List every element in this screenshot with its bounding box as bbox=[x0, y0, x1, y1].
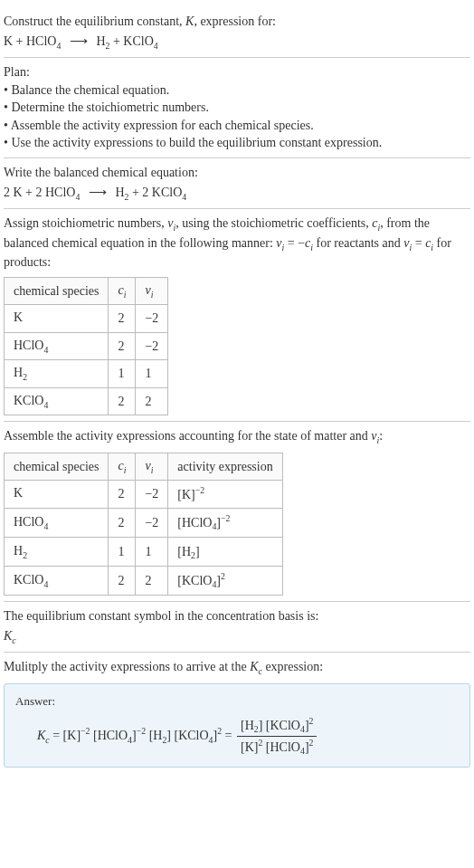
table-row: HClO4 2 −2 bbox=[5, 332, 168, 360]
K-var: K bbox=[37, 729, 45, 742]
table-row: HClO4 2 −2 [HClO4]−2 bbox=[5, 508, 283, 537]
cell-nu: 1 bbox=[136, 360, 168, 388]
section-balanced: Write the balanced chemical equation: 2 … bbox=[4, 157, 470, 208]
bal-rhs-sub2: 4 bbox=[182, 191, 186, 201]
section-kc-symbol: The equilibrium constant symbol in the c… bbox=[4, 601, 470, 652]
bal-lhs-sub: 4 bbox=[75, 191, 80, 201]
eq-rhs-sub2: 4 bbox=[154, 40, 158, 50]
cell-species: KClO4 bbox=[5, 387, 109, 415]
cell-species: K bbox=[5, 305, 109, 333]
table-row: KClO4 2 2 bbox=[5, 387, 168, 415]
mult-l1: Mulitply the activity expressions to arr… bbox=[4, 660, 250, 673]
plan-item: Use the activity expressions to build th… bbox=[4, 134, 470, 152]
cell-nu: 2 bbox=[136, 567, 168, 596]
cell-nu: −2 bbox=[136, 508, 168, 537]
th-species: chemical species bbox=[5, 277, 109, 305]
plan-list: Balance the chemical equation. Determine… bbox=[4, 81, 470, 152]
cell-c: 1 bbox=[109, 360, 136, 388]
table-row: H2 1 1 [H2] bbox=[5, 537, 283, 566]
rel-eq2: = bbox=[412, 236, 425, 250]
intro-line1b: , expression for: bbox=[194, 14, 276, 28]
term: [KClO bbox=[171, 729, 209, 742]
eq-lhs: K + HClO bbox=[4, 34, 56, 48]
cell-species: KClO4 bbox=[5, 567, 109, 596]
answer-label: Answer: bbox=[15, 693, 459, 710]
intro-line1: Construct the equilibrium constant, bbox=[4, 14, 185, 28]
cell-activity: [HClO4]−2 bbox=[168, 508, 282, 537]
act-h1: Assemble the activity expressions accoun… bbox=[4, 429, 371, 443]
table-row: K 2 −2 bbox=[5, 305, 168, 333]
table-row: KClO4 2 2 [KClO4]2 bbox=[5, 567, 283, 596]
cell-species: H2 bbox=[5, 360, 109, 388]
cell-species: K bbox=[5, 481, 109, 509]
table-row: H2 1 1 bbox=[5, 360, 168, 388]
th-species: chemical species bbox=[5, 453, 109, 481]
cell-species: H2 bbox=[5, 537, 109, 566]
eq-lhs-sub: 4 bbox=[56, 40, 61, 50]
section-stoich: Assign stoichiometric numbers, νi, using… bbox=[4, 208, 470, 421]
K-var: K bbox=[4, 629, 12, 643]
term: [HClO bbox=[90, 729, 128, 742]
cell-activity: [K]−2 bbox=[168, 481, 282, 509]
denominator: [K]2 [HClO4]2 bbox=[237, 737, 317, 758]
eq-rhs1: H bbox=[96, 34, 105, 48]
cell-species: HClO4 bbox=[5, 508, 109, 537]
plan-heading: Plan: bbox=[4, 63, 470, 81]
K-var: K bbox=[250, 660, 258, 673]
intro-equation: K + HClO4 ⟶ H2 + KClO4 bbox=[4, 33, 470, 52]
eq-rhs2: + KClO bbox=[109, 34, 153, 48]
bal-lhs: 2 K + 2 HClO bbox=[4, 186, 75, 199]
cell-c: 1 bbox=[109, 537, 136, 566]
term: [H bbox=[146, 729, 162, 742]
cell-c: 2 bbox=[109, 481, 136, 509]
activity-table: chemical species ci νi activity expressi… bbox=[4, 453, 283, 596]
stoich-table: chemical species ci νi K 2 −2 HClO4 2 −2… bbox=[4, 277, 168, 416]
cell-nu: −2 bbox=[136, 332, 168, 360]
cell-activity: [H2] bbox=[168, 537, 282, 566]
cell-species: HClO4 bbox=[5, 332, 109, 360]
intro-text: Construct the equilibrium constant, K, e… bbox=[4, 13, 470, 31]
cell-nu: 2 bbox=[136, 387, 168, 415]
cell-c: 2 bbox=[109, 567, 136, 596]
fraction: [H2] [KClO4]2[K]2 [HClO4]2 bbox=[237, 715, 317, 758]
exp: −2 bbox=[137, 726, 146, 736]
balanced-heading: Write the balanced chemical equation: bbox=[4, 164, 470, 182]
stoich-h1: Assign stoichiometric numbers, bbox=[4, 216, 167, 230]
kc-expression: Kc = [K]−2 [HClO4]−2 [H2] [KClO4]2 = [H2… bbox=[15, 715, 459, 758]
stoich-h2: , using the stoichiometric coefficients, bbox=[175, 216, 372, 230]
cell-c: 2 bbox=[109, 387, 136, 415]
th-ci: ci bbox=[109, 277, 136, 305]
section-plan: Plan: Balance the chemical equation. Det… bbox=[4, 57, 470, 157]
kc-symbol-text: The equilibrium constant symbol in the c… bbox=[4, 607, 470, 625]
cell-activity: [KClO4]2 bbox=[168, 567, 282, 596]
kc-symbol: Kc bbox=[4, 627, 470, 647]
section-multiply: Mulitply the activity expressions to arr… bbox=[4, 652, 470, 773]
bal-arrow: ⟶ bbox=[89, 184, 107, 202]
stoich-h4: for reactants and bbox=[313, 236, 403, 250]
th-ci: ci bbox=[109, 453, 136, 481]
eq-arrow: ⟶ bbox=[70, 33, 88, 51]
answer-box: Answer: Kc = [K]−2 [HClO4]−2 [H2] [KClO4… bbox=[4, 683, 470, 768]
plan-item: Balance the chemical equation. bbox=[4, 81, 470, 100]
act-h2: : bbox=[379, 429, 383, 443]
table-header-row: chemical species ci νi bbox=[5, 277, 168, 305]
exp: −2 bbox=[81, 726, 90, 736]
th-nui: νi bbox=[136, 277, 168, 305]
cell-c: 2 bbox=[109, 305, 136, 333]
rel-eq: = − bbox=[284, 236, 305, 250]
bal-rhs2: + 2 KClO bbox=[128, 186, 182, 199]
table-row: K 2 −2 [K]−2 bbox=[5, 481, 283, 509]
cell-c: 2 bbox=[109, 332, 136, 360]
cell-nu: 1 bbox=[136, 537, 168, 566]
section-intro: Construct the equilibrium constant, K, e… bbox=[4, 7, 470, 57]
eq-sign: = bbox=[50, 729, 63, 742]
mult-l2: expression: bbox=[262, 660, 323, 673]
plan-item: Assemble the activity expression for eac… bbox=[4, 117, 470, 135]
plan-item: Determine the stoichiometric numbers. bbox=[4, 99, 470, 117]
eq-sign: = bbox=[222, 729, 235, 742]
table-header-row: chemical species ci νi activity expressi… bbox=[5, 453, 283, 481]
th-nui: νi bbox=[136, 453, 168, 481]
section-activity: Assemble the activity expressions accoun… bbox=[4, 421, 470, 601]
term: [K] bbox=[63, 729, 81, 742]
th-activity: activity expression bbox=[168, 453, 282, 481]
